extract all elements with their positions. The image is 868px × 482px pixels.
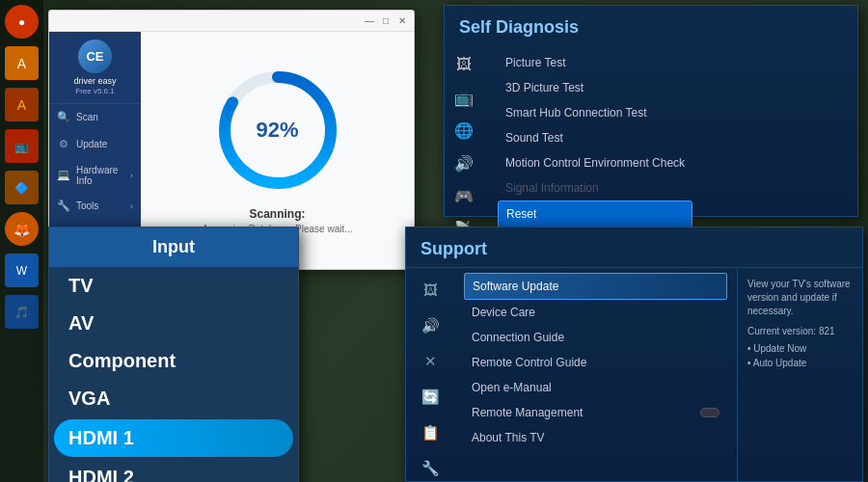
logo-version: Free v5.6.1 — [57, 87, 133, 95]
sd-picture-test[interactable]: Picture Test — [498, 50, 692, 75]
support-description: View your TV's software version and upda… — [747, 278, 853, 318]
close-button[interactable]: ✕ — [395, 14, 409, 28]
sd-smarthub-test[interactable]: Smart Hub Connection Test — [498, 100, 692, 125]
tools-icon: 🔧 — [57, 200, 70, 213]
sd-motion-test[interactable]: Motion Control Environment Check — [498, 150, 692, 175]
progress-ring: 92% — [215, 67, 340, 193]
input-menu: Input TV AV Component VGA HDMI 1 HDMI 2 — [48, 227, 299, 482]
desktop: ● A A 📺 🔷 🦊 W 🎵 — □ ✕ CE driver easy Fre… — [0, 0, 868, 482]
sp-connection-guide[interactable]: Connection Guide — [464, 325, 727, 350]
software-update-icon: 🖼 — [406, 273, 454, 307]
update-label: Update — [76, 139, 107, 149]
taskbar: ● A A 📺 🔷 🦊 W 🎵 — [0, 0, 43, 482]
hardware-arrow: › — [130, 171, 133, 180]
sidebar-item-tools[interactable]: 🔧 Tools › — [49, 193, 141, 220]
sp-device-care[interactable]: Device Care — [464, 300, 727, 325]
sp-remote-management[interactable]: Remote Management — [464, 400, 727, 425]
sp-emanual[interactable]: Open e-Manual — [464, 375, 727, 400]
input-item-component[interactable]: Component — [49, 342, 298, 380]
sidebar-item-update[interactable]: ⚙ Update — [49, 131, 141, 158]
taskbar-icon-6[interactable]: 🦊 — [5, 212, 39, 246]
picture-icon: 🖼 — [445, 49, 483, 80]
support-option-auto-update: • Auto Update — [747, 356, 853, 370]
sidebar-item-hardware[interactable]: 💻 Hardware Info › — [49, 158, 141, 193]
support-right-info: View your TV's software version and upda… — [737, 268, 862, 482]
self-diagnosis-items: Picture Test 3D Picture Test Smart Hub C… — [488, 45, 702, 232]
support-icons: 🖼 🔊 ✕ 🔄 📋 🔧 ☁ — [406, 268, 454, 482]
sound-icon: 🔊 — [445, 147, 483, 178]
taskbar-icon-1[interactable]: ● — [5, 5, 39, 39]
input-item-vga[interactable]: VGA — [49, 380, 298, 417]
sidebar-item-scan[interactable]: 🔍 Scan — [49, 104, 141, 131]
progress-percent: 92% — [256, 118, 298, 143]
taskbar-icon-7[interactable]: W — [5, 254, 39, 287]
sd-reset[interactable]: Reset — [498, 201, 692, 228]
scan-label: Scan — [76, 112, 98, 122]
tools-label: Tools — [76, 201, 98, 211]
support-version: Current version: 821 — [747, 326, 853, 336]
driver-easy-titlebar: — □ ✕ — [49, 11, 414, 32]
support-option-update-now: • Update Now — [747, 341, 853, 356]
maximize-button[interactable]: □ — [379, 14, 393, 28]
self-diagnosis-header: Self Diagnosis — [445, 6, 857, 45]
support-items: Software Update Device Care Connection G… — [454, 268, 737, 482]
support-header: Support — [406, 228, 862, 268]
scanning-label: Scanning: — [249, 207, 305, 221]
emanual-icon: 📋 — [406, 415, 454, 449]
taskbar-icon-4[interactable]: 📺 — [5, 129, 39, 163]
input-item-hdmi1[interactable]: HDMI 1 — [54, 419, 293, 457]
tools-arrow: › — [130, 201, 133, 211]
scan-icon: 🔍 — [57, 111, 70, 124]
logo-circle: CE — [78, 40, 112, 73]
taskbar-icon-8[interactable]: 🎵 — [5, 295, 39, 329]
taskbar-icon-5[interactable]: 🔷 — [5, 171, 39, 204]
remote-management-toggle[interactable] — [700, 408, 719, 417]
sp-software-update[interactable]: Software Update — [464, 273, 727, 300]
remote-mgmt-icon: 🔧 — [406, 451, 454, 482]
input-item-hdmi2[interactable]: HDMI 2 — [49, 459, 298, 482]
sp-about-tv[interactable]: About This TV — [464, 425, 727, 450]
update-icon: ⚙ — [57, 138, 70, 151]
picture3d-icon: 📺 — [445, 82, 483, 113]
connection-guide-icon: ✕ — [406, 344, 454, 378]
sd-sound-test[interactable]: Sound Test — [498, 125, 692, 150]
logo-name: driver easy — [57, 76, 133, 87]
input-menu-header: Input — [49, 228, 298, 267]
taskbar-icon-3[interactable]: A — [5, 88, 39, 121]
minimize-button[interactable]: — — [363, 14, 376, 28]
sp-remote-control-guide[interactable]: Remote Control Guide — [464, 350, 727, 375]
support-panel: Support 🖼 🔊 ✕ 🔄 📋 🔧 ☁ Software Update De… — [405, 227, 863, 482]
taskbar-icon-2[interactable]: A — [5, 46, 39, 80]
driver-easy-logo: CE driver easy Free v5.6.1 — [49, 32, 141, 104]
hardware-label: Hardware Info — [76, 165, 124, 186]
motion-icon: 🎮 — [445, 180, 483, 211]
sd-3d-picture-test[interactable]: 3D Picture Test — [498, 75, 692, 100]
self-diagnosis-panel: Self Diagnosis 🖼 📺 🌐 🔊 🎮 📡 ❓ Picture Tes… — [444, 5, 858, 217]
logo-letters: CE — [86, 49, 103, 64]
hardware-icon: 💻 — [57, 169, 70, 182]
remote-guide-icon: 🔄 — [406, 380, 454, 414]
input-item-av[interactable]: AV — [49, 305, 298, 342]
device-care-icon: 🔊 — [406, 308, 454, 342]
smarthub-icon: 🌐 — [445, 115, 483, 146]
sd-signal-info[interactable]: Signal Information — [498, 175, 692, 201]
input-item-tv[interactable]: TV — [49, 267, 298, 305]
